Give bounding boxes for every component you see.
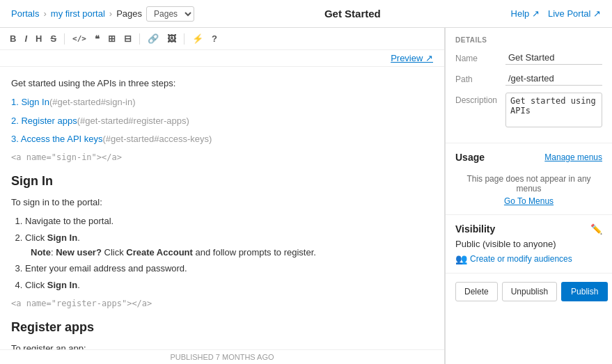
goto-menus-link[interactable]: Go To Menus — [455, 196, 602, 206]
path-input[interactable] — [505, 72, 602, 86]
delete-button[interactable]: Delete — [455, 282, 498, 301]
nav-sep2: › — [109, 8, 112, 19]
anchor-register: <a name="register-apps"></a> — [11, 297, 433, 310]
editor-content[interactable]: Get started using the APIs in three step… — [0, 67, 444, 349]
name-label: Name — [455, 51, 505, 63]
bolt-button[interactable]: ⚡ — [189, 32, 206, 45]
top-nav: Portals › my first portal › Pages Pages … — [0, 0, 612, 28]
nav-pages-label: Pages — [116, 8, 142, 19]
editor-intro: Get started using the APIs in three step… — [11, 77, 433, 91]
details-panel: DETAILS Name Path Description Usage Mana… — [445, 28, 612, 364]
name-input[interactable] — [505, 51, 602, 65]
table1-button[interactable]: ⊞ — [105, 32, 118, 45]
preview-link[interactable]: Preview ↗ — [391, 53, 433, 63]
main-layout: B I H S </> ❝ ⊞ ⊟ 🔗 🖼 ⚡ ? Preview ↗ Get … — [0, 28, 612, 364]
register-intro: To register an app: — [11, 342, 433, 349]
usage-header: Usage Manage menus — [455, 152, 602, 163]
nav-right: Help ↗ Live Portal ↗ — [511, 8, 601, 19]
table2-button[interactable]: ⊟ — [121, 32, 134, 45]
nav-portal-name-link[interactable]: my first portal — [51, 8, 105, 19]
help-link[interactable]: Help ↗ — [511, 8, 540, 19]
unpublish-button[interactable]: Unpublish — [502, 282, 557, 301]
nav-portals-link[interactable]: Portals — [11, 8, 39, 19]
bold-button[interactable]: B — [7, 32, 19, 45]
usage-title: Usage — [455, 152, 485, 163]
link-button[interactable]: 🔗 — [145, 32, 162, 45]
status-bar: PUBLISHED 7 MONTHS AGO — [0, 349, 444, 364]
preview-bar: Preview ↗ — [0, 50, 444, 67]
editor-step1: 1. Sign In(#get-started#sign-in) — [11, 95, 433, 110]
italic-button[interactable]: I — [22, 32, 30, 45]
live-portal-link[interactable]: Live Portal ↗ — [548, 8, 601, 19]
visibility-edit-icon[interactable]: ✏️ — [590, 223, 602, 235]
toolbar-sep3 — [184, 33, 185, 45]
image-button[interactable]: 🖼 — [164, 32, 179, 45]
signin-step2: Click Sign In.Note: New user? Click Crea… — [25, 231, 433, 260]
path-field-row: Path — [455, 72, 602, 86]
name-field-row: Name — [455, 51, 602, 65]
visibility-header: Visibility ✏️ — [455, 223, 602, 235]
help-toolbar-button[interactable]: ? — [209, 32, 220, 45]
action-buttons: Delete Unpublish Publish — [446, 274, 612, 310]
audience-link-text[interactable]: Create or modify audiences — [470, 254, 572, 264]
nav-pages-dropdown[interactable]: Pages — [146, 6, 194, 22]
visibility-public-text: Public (visible to anyone) — [455, 239, 602, 249]
editor-step2: 2. Register apps(#get-started#register-a… — [11, 114, 433, 129]
description-label: Description — [455, 93, 505, 105]
signin-step1: Navigate to the portal. — [25, 214, 433, 229]
heading-button[interactable]: H — [33, 32, 45, 45]
strikethrough-button[interactable]: S — [47, 32, 59, 45]
usage-section: Usage Manage menus This page does not ap… — [446, 143, 612, 215]
visibility-section: Visibility ✏️ Public (visible to anyone)… — [446, 215, 612, 274]
signin-step4: Click Sign In. — [25, 278, 433, 293]
editor-step3: 3. Access the API keys(#get-started#acce… — [11, 132, 433, 147]
usage-empty-text: This page does not appear in any menus — [455, 168, 602, 196]
signin-step3: Enter your email address and password. — [25, 262, 433, 276]
description-input[interactable] — [505, 93, 602, 127]
signin-intro: To sign in to the portal: — [11, 196, 433, 210]
quote-button[interactable]: ❝ — [92, 32, 102, 45]
publish-button[interactable]: Publish — [561, 282, 608, 301]
anchor-signin: <a name="sign-in"></a> — [11, 151, 433, 164]
details-section-label: DETAILS — [455, 36, 602, 44]
toolbar-sep2 — [139, 33, 140, 45]
nav-sep1: › — [43, 8, 46, 19]
editor-panel: B I H S </> ❝ ⊞ ⊟ 🔗 🖼 ⚡ ? Preview ↗ Get … — [0, 28, 445, 364]
breadcrumb: Portals › my first portal › Pages Pages — [11, 6, 194, 22]
heading-signin: Sign In — [11, 171, 433, 191]
toolbar-sep1 — [64, 33, 65, 45]
description-field-row: Description — [455, 93, 602, 127]
code-button[interactable]: </> — [70, 33, 89, 45]
audience-link[interactable]: 👥 Create or modify audiences — [455, 253, 602, 264]
page-title: Get Started — [324, 8, 381, 19]
signin-steps: Navigate to the portal. Click Sign In.No… — [25, 214, 433, 293]
audience-icon: 👥 — [455, 253, 467, 264]
heading-register: Register apps — [11, 317, 433, 338]
path-label: Path — [455, 72, 505, 84]
editor-toolbar: B I H S </> ❝ ⊞ ⊟ 🔗 🖼 ⚡ ? — [0, 28, 444, 50]
manage-menus-link[interactable]: Manage menus — [544, 152, 602, 162]
details-section: DETAILS Name Path Description — [446, 28, 612, 143]
visibility-title: Visibility — [455, 223, 495, 235]
